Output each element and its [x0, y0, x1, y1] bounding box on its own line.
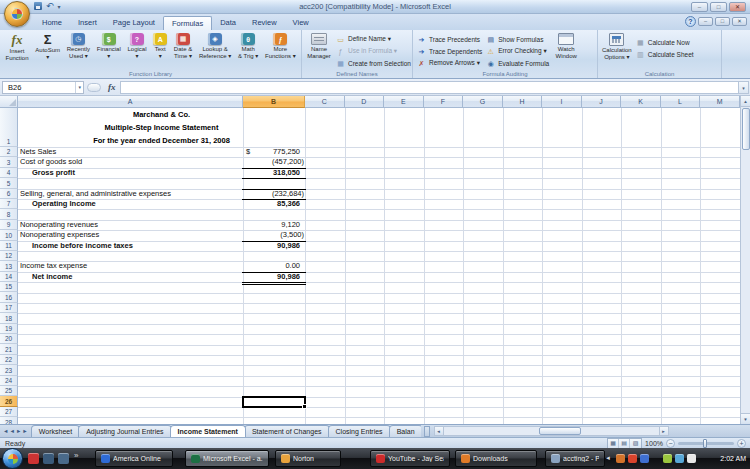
- zoom-in-button[interactable]: +: [737, 439, 746, 448]
- ribbon-tab-home[interactable]: Home: [34, 16, 70, 30]
- sheet-nav-last-icon[interactable]: ►: [22, 427, 27, 436]
- active-cell-B26[interactable]: [242, 396, 306, 408]
- workbook-minimize-button[interactable]: –: [698, 17, 713, 26]
- taskbar-button-america-online[interactable]: America Online: [95, 450, 173, 467]
- ribbon-tab-view[interactable]: View: [285, 16, 317, 30]
- ribbon-tab-insert[interactable]: Insert: [70, 16, 105, 30]
- ribbon-tab-page-layout[interactable]: Page Layout: [105, 16, 163, 30]
- cell-A9[interactable]: Nonoperating revenues: [20, 220, 98, 230]
- ribbon-button-evaluate-formula[interactable]: ◉Evaluate Formula: [486, 57, 549, 69]
- ribbon-button-autosum[interactable]: ΣAutoSum ▾: [32, 32, 63, 61]
- ribbon-button-calculate-now[interactable]: ▦Calculate Now: [636, 36, 694, 48]
- column-header-L[interactable]: L: [661, 96, 701, 108]
- ribbon-button-calculate-sheet[interactable]: ▥Calculate Sheet: [636, 48, 694, 60]
- column-header-H[interactable]: H: [503, 96, 543, 108]
- name-box[interactable]: B26 ▾: [2, 81, 84, 94]
- ribbon-button-recently-used[interactable]: ◷Recently Used ▾: [63, 32, 93, 61]
- tray-messenger-icon[interactable]: [640, 454, 649, 463]
- ribbon-button-more-functions[interactable]: ƒMore Functions ▾: [262, 32, 299, 61]
- column-header-K[interactable]: K: [621, 96, 661, 108]
- vertical-scrollbar-thumb[interactable]: [742, 108, 750, 150]
- row-header-4[interactable]: 4: [0, 168, 18, 178]
- row-header-11[interactable]: 11: [0, 241, 18, 251]
- row-header-21[interactable]: 21: [0, 344, 18, 354]
- taskbar-button-accting2-paint[interactable]: accting2 - Paint: [545, 450, 605, 467]
- sheet-tab-worksheet[interactable]: Worksheet: [31, 425, 80, 437]
- row-header-26[interactable]: 26: [0, 396, 18, 406]
- row-header-9[interactable]: 9: [0, 220, 18, 230]
- column-header-F[interactable]: F: [424, 96, 464, 108]
- row-header-24[interactable]: 24: [0, 376, 18, 386]
- tray-volume-icon[interactable]: [687, 454, 696, 463]
- cell-B11[interactable]: 90,986: [243, 241, 305, 251]
- row-header-18[interactable]: 18: [0, 313, 18, 323]
- close-button[interactable]: ✕: [729, 2, 746, 12]
- taskbar-button-downloads[interactable]: Downloads: [455, 450, 537, 467]
- sheet-tab-adjusting-journal-entries[interactable]: Adjusting Journal Entries: [78, 425, 171, 437]
- row-header-16[interactable]: 16: [0, 292, 18, 302]
- page-layout-view-button[interactable]: ▤: [619, 439, 630, 448]
- row-header-23[interactable]: 23: [0, 365, 18, 375]
- scroll-down-icon[interactable]: ▼: [741, 413, 750, 424]
- row-header-14[interactable]: 14: [0, 272, 18, 282]
- taskbar-button-youtube-jay-sea[interactable]: YouTube - Jay Sea...: [370, 450, 450, 467]
- insert-function-fx-button[interactable]: fx: [104, 82, 120, 92]
- cell-A13[interactable]: Income tax expense: [20, 261, 87, 271]
- minimize-button[interactable]: –: [691, 2, 708, 12]
- save-icon[interactable]: [34, 2, 42, 10]
- ribbon-button-define-name[interactable]: ▭Define Name ▾: [336, 33, 411, 45]
- office-button[interactable]: [4, 1, 30, 27]
- zoom-slider-thumb[interactable]: [703, 439, 707, 448]
- ribbon-button-trace-dependents[interactable]: ➔Trace Dependents: [417, 45, 482, 57]
- taskbar-button-norton[interactable]: Norton: [275, 450, 341, 467]
- column-header-E[interactable]: E: [384, 96, 424, 108]
- taskbar-button-microsoft-excel-a[interactable]: Microsoft Excel - a...: [185, 450, 269, 467]
- cell-A3[interactable]: Cost of goods sold: [20, 157, 82, 167]
- vertical-scrollbar[interactable]: ▲ ▼: [740, 96, 750, 424]
- row-header-17[interactable]: 17: [0, 303, 18, 313]
- insert-function-button[interactable]: fx Insert Function: [2, 32, 32, 63]
- ribbon-button-lookup-reference[interactable]: ◈Lookup & Reference ▾: [196, 32, 235, 61]
- ribbon-button-text[interactable]: AText ▾: [150, 32, 171, 61]
- cell-A6[interactable]: Selling, general, and administrative exp…: [20, 189, 171, 199]
- ribbon-button-math-trig[interactable]: θMath & Trig ▾: [235, 32, 262, 61]
- ribbon-button-create-from-selection[interactable]: ▦Create from Selection: [336, 57, 411, 69]
- customize-qat-icon[interactable]: ▾: [58, 3, 61, 10]
- ribbon-button-error-checking[interactable]: ⚠Error Checking ▾: [486, 45, 549, 57]
- row-header-2[interactable]: 2: [0, 147, 18, 157]
- sheet-tab-closing-entries[interactable]: Closing Entries: [328, 425, 391, 437]
- ribbon-button-trace-precedents[interactable]: ➔Trace Precedents: [417, 33, 482, 45]
- expand-formula-bar-icon[interactable]: ▾: [738, 81, 749, 94]
- help-icon[interactable]: ?: [685, 16, 696, 27]
- cell-B13[interactable]: 0.00: [243, 261, 305, 271]
- cell-A11[interactable]: Income before income taxes: [32, 241, 133, 251]
- horizontal-scrollbar[interactable]: ◄ ►: [434, 426, 669, 436]
- column-header-C[interactable]: C: [305, 96, 345, 108]
- row-header-6[interactable]: 6: [0, 189, 18, 199]
- cell-B9[interactable]: 9,120: [243, 220, 305, 230]
- row-header-19[interactable]: 19: [0, 324, 18, 334]
- workbook-close-button[interactable]: ✕: [732, 17, 747, 26]
- sheet-nav-prev-icon[interactable]: ◄: [9, 427, 14, 436]
- tray-collapse-icon[interactable]: ◄: [605, 455, 611, 461]
- workbook-restore-button[interactable]: □: [715, 17, 730, 26]
- page-break-view-button[interactable]: ▨: [630, 439, 641, 448]
- column-header-J[interactable]: J: [582, 96, 622, 108]
- ribbon-tab-review[interactable]: Review: [244, 16, 285, 30]
- row-header-15[interactable]: 15: [0, 282, 18, 292]
- column-header-B[interactable]: B: [243, 96, 305, 108]
- row-header-8[interactable]: 8: [0, 209, 18, 219]
- ribbon-tab-formulas[interactable]: Formulas: [163, 16, 212, 31]
- tray-network-icon[interactable]: [675, 454, 684, 463]
- row-header-7[interactable]: 7: [0, 199, 18, 209]
- undo-icon[interactable]: ↶: [46, 2, 54, 10]
- column-header-D[interactable]: D: [345, 96, 385, 108]
- sheet-tab-statement-of-changes[interactable]: Statement of Changes: [244, 425, 330, 437]
- row-header-22[interactable]: 22: [0, 355, 18, 365]
- row-header-5[interactable]: 5: [0, 178, 18, 188]
- sheet-nav-next-icon[interactable]: ►: [16, 427, 21, 436]
- cell-B4[interactable]: 318,050: [243, 168, 305, 178]
- cell-B10[interactable]: (3,500): [243, 230, 305, 240]
- row-header-13[interactable]: 13: [0, 261, 18, 271]
- cell-A7[interactable]: Operating Income: [32, 199, 96, 209]
